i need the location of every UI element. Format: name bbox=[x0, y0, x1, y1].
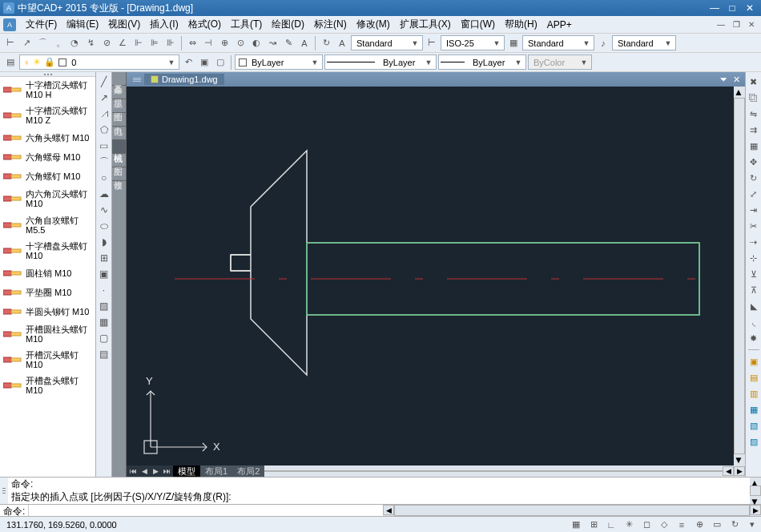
ortho-toggle-icon[interactable]: ∟ bbox=[602, 518, 620, 532]
make-block-icon[interactable]: ▣ bbox=[98, 268, 111, 280]
dim-radius-icon[interactable]: ◔ bbox=[67, 36, 82, 50]
part-item[interactable]: 圆柱销 M10 bbox=[0, 264, 95, 283]
array-icon[interactable]: ▦ bbox=[747, 139, 760, 152]
lwt-toggle-icon[interactable]: ≡ bbox=[673, 518, 691, 532]
layer-manager-icon[interactable]: ▤ bbox=[3, 55, 18, 70]
extend-icon[interactable]: ⇢ bbox=[747, 236, 760, 248]
menu-help[interactable]: 帮助(H) bbox=[500, 16, 542, 33]
part-item[interactable]: 六角自攻螺钉 M5.5 bbox=[0, 212, 95, 238]
close-button[interactable]: ✕ bbox=[742, 2, 758, 14]
part-item[interactable]: 开槽盘头螺钉 M10 bbox=[0, 373, 95, 398]
tool-palettes-icon[interactable]: ▤ bbox=[747, 371, 760, 384]
point-icon[interactable]: · bbox=[98, 284, 111, 296]
dim-break-icon[interactable]: ⊣ bbox=[201, 36, 215, 50]
status-menu-icon[interactable]: ▾ bbox=[743, 518, 761, 532]
vtab-electric[interactable]: 电力 bbox=[112, 113, 126, 127]
document-tab[interactable]: Drawing1.dwg bbox=[144, 74, 224, 85]
chevron-down-icon[interactable]: ▼ bbox=[513, 58, 524, 66]
ellipse-icon[interactable]: ⬭ bbox=[98, 220, 111, 232]
menu-edit[interactable]: 编辑(E) bbox=[62, 16, 103, 33]
canvas-h-scroll[interactable] bbox=[264, 470, 723, 472]
snap-toggle-icon[interactable]: ▦ bbox=[567, 518, 585, 532]
explode-icon[interactable]: ✸ bbox=[747, 332, 760, 345]
menu-file[interactable]: 文件(F) bbox=[21, 16, 62, 33]
cmd-scroll-down-icon[interactable]: ▼ bbox=[750, 496, 761, 504]
dim-diameter-icon[interactable]: ⊘ bbox=[99, 36, 114, 50]
menu-modify[interactable]: 修改(M) bbox=[352, 16, 395, 33]
stretch-icon[interactable]: ⇥ bbox=[747, 204, 760, 216]
trim-icon[interactable]: ✂ bbox=[747, 220, 760, 232]
part-item[interactable]: 六角螺母 M10 bbox=[0, 147, 95, 167]
part-item[interactable]: 开槽沉头螺钉 M10 bbox=[0, 347, 95, 373]
cmd-h-scroll-left-icon[interactable]: ◀ bbox=[383, 505, 394, 515]
properties-icon[interactable]: ▥ bbox=[747, 387, 760, 400]
model-toggle-icon[interactable]: ▭ bbox=[708, 518, 726, 532]
menu-tools[interactable]: 工具(T) bbox=[226, 16, 267, 33]
command-input[interactable] bbox=[29, 505, 383, 516]
chevron-down-icon[interactable]: ▼ bbox=[662, 39, 674, 47]
dim-aligned-icon[interactable]: ↗ bbox=[19, 36, 34, 50]
canvas-v-scroll[interactable]: ▲ ▼ bbox=[734, 87, 745, 466]
dim-ordinate-icon[interactable]: ꜀ bbox=[51, 36, 66, 50]
join-icon[interactable]: ⊼ bbox=[747, 284, 760, 296]
chevron-down-icon[interactable]: ▼ bbox=[309, 58, 320, 66]
linetype-dropdown[interactable]: ByLayer ▼ bbox=[235, 54, 323, 70]
dim-angular-icon[interactable]: ∠ bbox=[115, 36, 130, 50]
tab-first-icon[interactable]: ⏮ bbox=[128, 466, 138, 476]
table-icon[interactable]: ▤ bbox=[98, 348, 111, 361]
menu-window[interactable]: 窗口(W) bbox=[456, 16, 500, 33]
part-item[interactable]: 六角头螺钉 M10 bbox=[0, 128, 95, 147]
maximize-button[interactable]: □ bbox=[724, 2, 740, 14]
chevron-down-icon[interactable]: ▼ bbox=[166, 58, 177, 66]
arc-icon[interactable]: ⌒ bbox=[98, 155, 111, 168]
part-item[interactable]: 平垫圈 M10 bbox=[0, 283, 95, 302]
hatch-icon[interactable]: ▨ bbox=[98, 300, 111, 312]
polyline-icon[interactable]: ⩘ bbox=[98, 107, 111, 120]
part-item[interactable]: 十字槽盘头螺钉 M10 bbox=[0, 238, 95, 264]
dim-jog-icon[interactable]: ↯ bbox=[83, 36, 98, 50]
menu-insert[interactable]: 插入(I) bbox=[145, 16, 183, 33]
dim-jogline-icon[interactable]: ↝ bbox=[265, 36, 280, 50]
minimize-button[interactable]: — bbox=[707, 2, 723, 14]
dim-update-icon[interactable]: ↻ bbox=[319, 36, 333, 50]
tablestyle-icon[interactable]: ▦ bbox=[506, 36, 521, 50]
part-item[interactable]: 半圆头铆钉 M10 bbox=[0, 302, 95, 321]
cmd-h-scroll-right-icon[interactable]: ▶ bbox=[750, 505, 761, 515]
scroll-down-icon[interactable]: ▼ bbox=[734, 454, 745, 466]
layer-off-icon[interactable]: ▢ bbox=[213, 55, 227, 70]
move-icon[interactable]: ✥ bbox=[747, 155, 760, 168]
dimstyle-icon[interactable]: ⊢ bbox=[425, 36, 439, 50]
doc-restore-button[interactable]: ❐ bbox=[730, 19, 743, 30]
menu-draw[interactable]: 绘图(D) bbox=[267, 16, 309, 33]
insert-block-icon[interactable]: ⊞ bbox=[98, 252, 111, 264]
ellipse-arc-icon[interactable]: ◗ bbox=[98, 236, 111, 248]
part-item[interactable]: 内六角沉头螺钉 M10 bbox=[0, 186, 95, 212]
tabstrip-close-icon[interactable]: ✕ bbox=[733, 75, 745, 85]
doc-close-button[interactable]: ✕ bbox=[745, 19, 758, 30]
dim-space-icon[interactable]: ⇔ bbox=[185, 36, 199, 50]
dim-quick-icon[interactable]: ⊩ bbox=[131, 36, 146, 50]
vtab-modify[interactable]: 修改 bbox=[112, 167, 126, 181]
chevron-down-icon[interactable]: ▼ bbox=[423, 58, 434, 66]
dim-style-dropdown[interactable]: ISO-25 ▼ bbox=[441, 35, 505, 50]
vtab-mechanical[interactable]: 机械 bbox=[112, 140, 126, 154]
calc-icon[interactable]: ▨ bbox=[747, 435, 760, 448]
chevron-down-icon[interactable]: ▼ bbox=[409, 39, 421, 47]
polygon-icon[interactable]: ⬠ bbox=[98, 123, 111, 136]
dim-inspect-icon[interactable]: ◐ bbox=[249, 36, 264, 50]
command-grip[interactable] bbox=[0, 478, 8, 504]
sheet-set-icon[interactable]: ▦ bbox=[747, 403, 760, 416]
mirror-icon[interactable]: ⇋ bbox=[747, 107, 760, 120]
menu-dimension[interactable]: 标注(N) bbox=[309, 16, 352, 33]
dim-tedit-icon[interactable]: A bbox=[297, 36, 312, 50]
circle-icon[interactable]: ○ bbox=[98, 171, 111, 184]
dim-linear-icon[interactable]: ⊢ bbox=[3, 36, 18, 50]
erase-icon[interactable]: ✖ bbox=[747, 75, 760, 88]
part-item[interactable]: 六角螺钉 M10 bbox=[0, 167, 95, 186]
layout2-tab[interactable]: 布局2 bbox=[232, 466, 264, 477]
lineweight-dropdown[interactable]: ByLayer ▼ bbox=[438, 54, 526, 70]
chamfer-icon[interactable]: ◣ bbox=[747, 300, 760, 312]
layout1-tab[interactable]: 布局1 bbox=[200, 466, 232, 477]
break-icon[interactable]: ⊻ bbox=[747, 268, 760, 280]
xline-icon[interactable]: ↗ bbox=[98, 91, 111, 104]
